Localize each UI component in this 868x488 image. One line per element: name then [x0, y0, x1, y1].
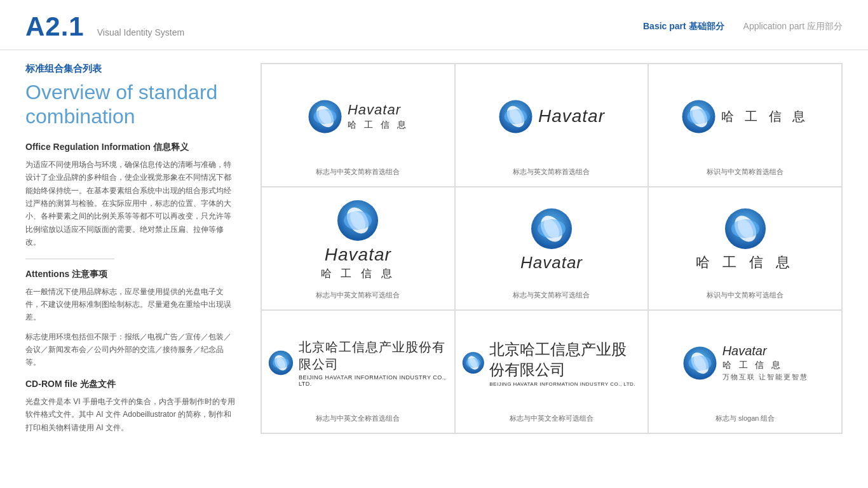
grid-cell-4: Havatar 哈 工 信 息 标志与中英文简称可选组合 [261, 187, 455, 310]
logo-combo-9: Havatar 哈 工 信 息 万物互联 让智能更智慧 [682, 344, 808, 382]
office-title: Office Regulation Information 信息释义 [25, 142, 235, 153]
section-title-cn: 标准组合集合列表 [25, 63, 235, 75]
text-stack-9: Havatar 哈 工 信 息 万物互联 让智能更智慧 [722, 344, 808, 382]
text-stack-1: Havatar 哈 工 信 息 [348, 102, 409, 131]
nav-basic[interactable]: Basic part 基础部分 [643, 21, 724, 32]
left-panel: 标准组合集合列表 Overview of standard combinatio… [25, 63, 241, 434]
full-name-en-7: BEIJING HAVATAR INFORMATION INDUSTRY CO.… [299, 374, 448, 387]
cell-label-9: 标志与 slogan 组合 [715, 414, 775, 426]
logo-area-1: Havatar 哈 工 信 息 [268, 71, 448, 162]
havatar-cn-3: 哈 工 信 息 [721, 108, 810, 125]
cell-label-4: 标志与中英文简称可选组合 [316, 290, 400, 303]
full-name-cn-7: 北京哈工信息产业股份有限公司 [299, 339, 448, 373]
havatar-icon-4 [336, 199, 379, 242]
cell-label-5: 标志与英文简称可选组合 [513, 290, 590, 303]
cell-label-8: 标志与中英文全称可选组合 [510, 414, 593, 426]
logo-area-4: Havatar 哈 工 信 息 [268, 194, 448, 285]
logo-area-8: 北京哈工信息产业股份有限公司 BEIJING HAVATAR INFORMATI… [462, 317, 642, 409]
havatar-cn-1: 哈 工 信 息 [348, 119, 409, 131]
logo-area-9: Havatar 哈 工 信 息 万物互联 让智能更智慧 [655, 317, 835, 409]
havatar-en-1: Havatar [348, 102, 401, 118]
full-name-en-8: BEIJING HAVATAR INFORMATION INDUSTRY CO.… [489, 381, 635, 387]
havatar-icon-1 [308, 99, 342, 134]
havatar-icon-7 [268, 347, 294, 379]
logo-combo-6: 哈 工 信 息 [696, 207, 794, 272]
logo-combo-4: Havatar 哈 工 信 息 [321, 199, 395, 281]
havatar-en-9: Havatar [722, 344, 767, 358]
header-subtitle: Visual Identity System [97, 27, 184, 37]
slogan-text: 万物互联 让智能更智慧 [722, 372, 808, 382]
attentions-title: Attentions 注意事项 [25, 269, 235, 280]
logo-area-6: 哈 工 信 息 [655, 194, 835, 285]
grid-cell-9: Havatar 哈 工 信 息 万物互联 让智能更智慧 标志与 slogan 组… [648, 310, 842, 433]
header-left: A2.1 Visual Identity System [25, 11, 184, 42]
havatar-en-5: Havatar [520, 253, 583, 273]
logo-combo-2: Havatar [498, 99, 605, 134]
havatar-icon-6 [724, 207, 767, 250]
havatar-icon-2 [498, 99, 533, 134]
cell-label-3: 标识与中文简称首选组合 [707, 167, 783, 180]
header: A2.1 Visual Identity System Basic part 基… [0, 0, 868, 50]
grid-cell-1: Havatar 哈 工 信 息 标志与中英文简称首选组合 [261, 64, 455, 187]
havatar-cn-9: 哈 工 信 息 [722, 360, 783, 371]
divider [25, 259, 114, 259]
text-stack-4: Havatar 哈 工 信 息 [321, 245, 395, 281]
main-content: 标准组合集合列表 Overview of standard combinatio… [0, 63, 868, 434]
section-title-en: Overview of standard combination [25, 80, 235, 129]
logo-combo-8: 北京哈工信息产业股份有限公司 BEIJING HAVATAR INFORMATI… [462, 339, 642, 387]
grid-cell-6: 哈 工 信 息 标识与中文简称可选组合 [648, 187, 842, 310]
logo-area-7: 北京哈工信息产业股份有限公司 BEIJING HAVATAR INFORMATI… [268, 317, 448, 409]
cell-label-7: 标志与中英文全称首选组合 [316, 414, 400, 426]
section-code: A2.1 [25, 11, 85, 42]
full-name-cn-8: 北京哈工信息产业股份有限公司 [489, 339, 641, 380]
cdrom-title: CD-ROM file 光盘文件 [25, 379, 235, 390]
office-text: 为适应不同使用场合与环境，确保信息传达的清晰与准确，特设计了企业品牌的多种组合，… [25, 158, 235, 249]
logo-grid: Havatar 哈 工 信 息 标志与中英文简称首选组合 [261, 63, 843, 434]
logo-area-5: Havatar [462, 194, 642, 285]
attentions-text2: 标志使用环境包括但不限于：报纸／电视广告／宣传／包装／会议／新闻发布会／公司内外… [25, 330, 235, 369]
grid-cell-2: Havatar 标志与英文简称首选组合 [455, 64, 649, 187]
havatar-en-4: Havatar [325, 245, 391, 265]
grid-cell-5: Havatar 标志与英文简称可选组合 [455, 187, 649, 310]
logo-area-2: Havatar [462, 71, 642, 162]
grid-cell-8: 北京哈工信息产业股份有限公司 BEIJING HAVATAR INFORMATI… [455, 310, 649, 433]
text-stack-7: 北京哈工信息产业股份有限公司 BEIJING HAVATAR INFORMATI… [299, 339, 448, 387]
cdrom-text: 光盘文件是本 VI 手册电子文件的集合，内含手册制作时的专用软件格式文件。其中 … [25, 395, 235, 434]
havatar-icon-9 [682, 346, 717, 381]
logo-combo-5: Havatar [520, 207, 583, 273]
cell-label-1: 标志与中英文简称首选组合 [316, 167, 400, 180]
havatar-en-2: Havatar [538, 106, 605, 126]
havatar-icon-5 [530, 207, 573, 250]
havatar-icon-3 [681, 99, 716, 134]
grid-cell-7: 北京哈工信息产业股份有限公司 BEIJING HAVATAR INFORMATI… [261, 310, 455, 433]
havatar-icon-8 [462, 347, 485, 379]
cell-label-2: 标志与英文简称首选组合 [513, 167, 590, 180]
havatar-cn-4: 哈 工 信 息 [321, 266, 395, 281]
cell-label-6: 标识与中文简称可选组合 [707, 290, 783, 303]
logo-combo-3: 哈 工 信 息 [681, 99, 810, 134]
nav-application[interactable]: Application part 应用部分 [743, 21, 843, 32]
logo-area-3: 哈 工 信 息 [655, 71, 835, 162]
grid-cell-3: 哈 工 信 息 标识与中文简称首选组合 [648, 64, 842, 187]
text-stack-8: 北京哈工信息产业股份有限公司 BEIJING HAVATAR INFORMATI… [489, 339, 641, 387]
logo-combo-1: Havatar 哈 工 信 息 [308, 99, 409, 134]
havatar-cn-6: 哈 工 信 息 [696, 253, 794, 272]
logo-combo-7: 北京哈工信息产业股份有限公司 BEIJING HAVATAR INFORMATI… [268, 339, 448, 387]
header-nav: Basic part 基础部分 Application part 应用部分 [643, 21, 843, 32]
attentions-text1: 在一般情况下使用品牌标志，应尽量使用提供的光盘电子文件，不建议使用标准制图绘制标… [25, 285, 235, 324]
